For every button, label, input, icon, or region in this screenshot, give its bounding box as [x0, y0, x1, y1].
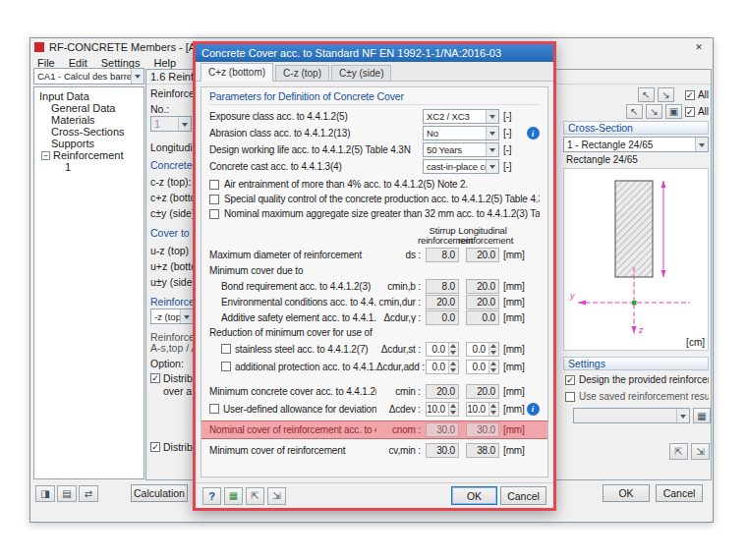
checkbox-icon: [209, 209, 219, 219]
spinner-icon[interactable]: [488, 343, 498, 356]
dialog-ok-button[interactable]: OK: [451, 486, 497, 505]
strip-label: Option:: [150, 358, 184, 369]
menu-edit[interactable]: Edit: [62, 57, 94, 69]
menu-settings[interactable]: Settings: [94, 57, 147, 69]
dialog-titlebar: Concrete Cover acc. to Standard NF EN 19…: [196, 44, 553, 62]
main-ok-button[interactable]: OK: [603, 484, 650, 502]
export-button[interactable]: ⇄: [79, 485, 98, 502]
table-button[interactable]: ▦: [224, 487, 243, 505]
cross-section-select[interactable]: 1 - Rectangle 24/65: [563, 137, 709, 152]
checkbox-icon: [565, 375, 575, 385]
use-saved-results-option[interactable]: Use saved reinforcement results:: [565, 391, 709, 402]
checkbox-icon[interactable]: [150, 373, 160, 383]
longitudinal-spinner-field[interactable]: 10.0: [466, 402, 499, 417]
spinner-icon[interactable]: [488, 403, 498, 416]
option-max-aggregate[interactable]: Nominal maximum aggregate size greater t…: [209, 206, 540, 221]
info-icon[interactable]: i: [527, 403, 540, 416]
dialog-cancel-button[interactable]: Cancel: [500, 486, 546, 505]
row-symbol: Δcdur,add :: [376, 362, 426, 372]
stirrup-spinner-field[interactable]: 0.0: [426, 342, 459, 357]
all-checkbox[interactable]: [685, 107, 695, 117]
checkbox-icon[interactable]: [150, 442, 160, 452]
select-arrow-button[interactable]: ↖: [626, 104, 643, 119]
longitudinal-spinner-field[interactable]: 0.0: [466, 342, 499, 357]
transfer-button[interactable]: ⇲: [267, 487, 286, 505]
stirrup-value-field: 8.0: [426, 248, 459, 262]
tab-c-minus-z-top[interactable]: C-z (top): [275, 65, 329, 81]
unit-cm-label: [cm]: [686, 337, 705, 348]
transfer-in-button[interactable]: ⇱: [669, 443, 688, 460]
calculation-button[interactable]: Calculation: [131, 484, 188, 502]
tree-item-cross-sections[interactable]: Cross-Sections: [34, 126, 144, 138]
stainless-checkbox[interactable]: [221, 344, 231, 354]
working-life-select[interactable]: 50 Years: [423, 142, 499, 157]
tree-item-supports[interactable]: Supports: [34, 138, 144, 149]
minimum-cover-row: Minimum concrete cover acc. to 4.4.1.2(2…: [209, 383, 540, 400]
strip-group-cover-to-bar: Cover to Ba: [150, 227, 195, 239]
all-label: All: [698, 89, 709, 100]
row-label: Bond requirement acc. to 4.4.1.2(3): [209, 281, 376, 292]
concrete-cast-select[interactable]: cast-in-place concrete: [423, 159, 499, 174]
apply-to-all-button[interactable]: ⇱: [246, 487, 264, 505]
row-symbol: cv,min :: [376, 445, 426, 456]
bond-requirement-row: Bond requirement acc. to 4.4.1.2(3) cmin…: [209, 278, 540, 294]
row-label: Environmental conditions acc. to 4.4.1.2…: [209, 297, 376, 308]
abrasion-class-select[interactable]: No: [423, 126, 499, 140]
info-icon[interactable]: i: [527, 127, 540, 140]
unit-label: [mm]: [499, 404, 526, 415]
additive-safety-row: Additive safety element acc. to 4.4.1.2(…: [209, 309, 540, 325]
tree-item-input-data[interactable]: Input Data: [34, 90, 144, 102]
additional-protection-checkbox[interactable]: [221, 362, 231, 371]
transfer-out-button[interactable]: ⇲: [691, 443, 710, 460]
table-toggle-button[interactable]: ▤: [57, 485, 77, 502]
panel-toggle-button[interactable]: ◨: [35, 485, 55, 502]
stirrup-spinner-field[interactable]: 0.0: [426, 360, 459, 374]
dialog-title: Concrete Cover acc. to Standard NF EN 19…: [201, 47, 501, 59]
tab-c-y-side[interactable]: C±y (side): [331, 65, 392, 81]
tree-expander-icon[interactable]: −: [41, 151, 50, 160]
option-special-quality[interactable]: Special quality control of the concrete …: [209, 192, 540, 206]
dialog-body: Parameters for Definition of Concrete Co…: [196, 82, 553, 508]
option-air-entrainment[interactable]: Air entrainment of more than 4% acc. to …: [209, 177, 540, 192]
spinner-icon[interactable]: [448, 343, 458, 356]
tab-c-plus-z-bottom[interactable]: C+z (bottom): [201, 63, 273, 82]
spinner-icon[interactable]: [488, 361, 498, 373]
checkbox-icon: [565, 392, 575, 402]
longitudinal-spinner-field[interactable]: 0.0: [466, 360, 499, 374]
dropdown-arrow-icon: [180, 309, 193, 323]
selection-toolbar-row1: ↖ ↘ All: [569, 87, 709, 102]
select-arrow-button[interactable]: ↖: [638, 87, 655, 102]
stirrup-spinner-field[interactable]: 10.0: [426, 402, 459, 417]
concrete-cast-row: Concrete cast acc. to 4.4.1.3(4) cast-in…: [209, 158, 540, 175]
tree-item-reinforcement[interactable]: − Reinforcement: [34, 149, 144, 161]
member-number-select[interactable]: 1: [150, 116, 192, 132]
select-arrow-button[interactable]: ↘: [658, 87, 674, 102]
help-button[interactable]: ?: [202, 487, 221, 505]
strip-option-distribute: Distribut: [150, 372, 195, 384]
tree-item-reinforcement-1[interactable]: 1: [34, 161, 144, 173]
tree-item-general-data[interactable]: General Data: [34, 102, 144, 114]
stirrup-value-field: 30.0: [426, 443, 459, 458]
module-left-strip: Reinforceme No.: 1 Longitudinal Concrete…: [147, 84, 195, 479]
design-reinforcement-option[interactable]: Design the provided reinforcement: [565, 374, 709, 385]
deviation-checkbox[interactable]: [209, 404, 219, 414]
section-title: Parameters for Definition of Concrete Co…: [209, 90, 540, 105]
spinner-icon[interactable]: [448, 361, 458, 373]
menu-file[interactable]: File: [30, 57, 62, 69]
results-table-button[interactable]: ▦: [693, 408, 711, 423]
close-icon[interactable]: ✕: [689, 40, 709, 54]
select-arrow-button[interactable]: ↘: [646, 104, 662, 119]
stainless-steel-row: stainless steel acc. to 4.4.1.2(7) Δcdur…: [209, 340, 540, 358]
all-checkbox[interactable]: [685, 90, 695, 100]
exposure-class-select[interactable]: XC2 / XC3: [423, 109, 499, 124]
menu-help[interactable]: Help: [146, 57, 183, 69]
folder-button[interactable]: ▣: [665, 104, 682, 119]
design-case-select[interactable]: CA1 - Calcul des barres en béto: [33, 68, 144, 84]
unit-label: [mm]: [499, 424, 526, 435]
row-label: Minimum cover of reinforcement: [209, 445, 376, 456]
main-cancel-button[interactable]: Cancel: [656, 484, 703, 502]
reinforcement-position-select[interactable]: -z (top) -: [150, 308, 194, 324]
strip-tab-longitudinal[interactable]: Longitudinal: [150, 141, 195, 153]
spinner-icon[interactable]: [448, 403, 458, 416]
tree-item-materials[interactable]: Materials: [34, 114, 144, 126]
